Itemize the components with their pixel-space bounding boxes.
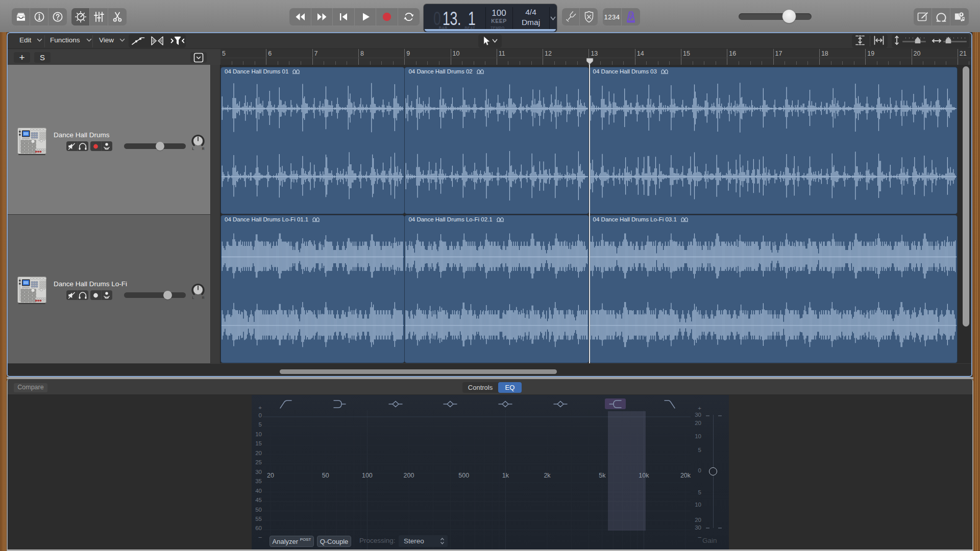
svg-text:R: R <box>202 147 205 151</box>
svg-text:R: R <box>202 296 205 299</box>
svg-text:L: L <box>192 296 194 299</box>
svg-text:L: L <box>192 147 194 151</box>
